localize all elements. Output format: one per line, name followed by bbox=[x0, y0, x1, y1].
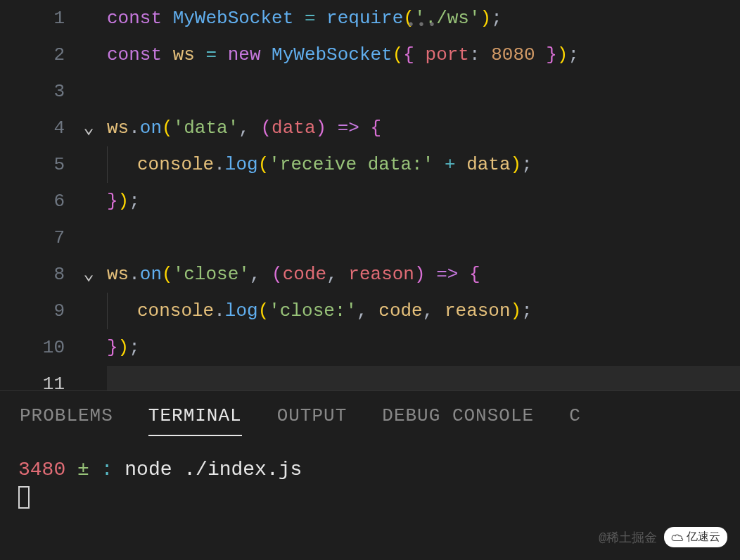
code-content-9[interactable]: console.log('close:', code, reason); bbox=[137, 293, 532, 329]
code-content-4[interactable]: ws.on('data', (data) => { bbox=[107, 110, 381, 146]
terminal-separator: : bbox=[101, 459, 113, 481]
chevron-down-icon: ⌄ bbox=[83, 110, 94, 146]
fold-toggle-4[interactable]: ⌄ bbox=[70, 110, 107, 146]
indent-guide bbox=[107, 293, 137, 329]
gutter-5: 5 bbox=[0, 146, 70, 183]
code-line-7[interactable]: 7 bbox=[0, 219, 740, 256]
watermark-badge: 亿速云 bbox=[664, 527, 727, 547]
fold-hint-icon: ••• bbox=[407, 17, 438, 33]
code-content-5[interactable]: console.log('receive data:' + data); bbox=[137, 146, 532, 183]
code-line-5[interactable]: 5 console.log('receive data:' + data); bbox=[0, 146, 740, 183]
tab-output[interactable]: OUTPUT bbox=[277, 405, 347, 435]
chevron-down-icon: ⌄ bbox=[83, 256, 94, 293]
code-line-4[interactable]: 4 ⌄ ws.on('data', (data) => { bbox=[0, 110, 740, 146]
tab-problems[interactable]: PROBLEMS bbox=[20, 405, 113, 435]
gutter-10: 10 bbox=[0, 329, 70, 366]
tab-extra[interactable]: C bbox=[569, 405, 581, 435]
code-line-8[interactable]: 8 ⌄ ws.on('close', (code, reason) => { bbox=[0, 256, 740, 293]
gutter-4: 4 bbox=[0, 110, 70, 146]
code-line-10[interactable]: 10 }); bbox=[0, 329, 740, 366]
gutter-1: 1 bbox=[0, 0, 70, 37]
gutter-3: 3 bbox=[0, 73, 70, 110]
code-line-6[interactable]: 6 }); bbox=[0, 183, 740, 219]
terminal-pid: 3480 bbox=[18, 459, 65, 481]
cloud-icon bbox=[671, 533, 684, 542]
code-content-1[interactable]: const MyWebSocket = require('./ws'); bbox=[107, 0, 502, 37]
code-content-8[interactable]: ws.on('close', (code, reason) => { bbox=[107, 256, 480, 293]
code-editor[interactable]: ••• 1 const MyWebSocket = require('./ws'… bbox=[0, 0, 740, 390]
code-content-10[interactable]: }); bbox=[107, 329, 140, 366]
code-content-6[interactable]: }); bbox=[107, 183, 140, 219]
gutter-2: 2 bbox=[0, 37, 70, 73]
code-line-11[interactable]: 11 bbox=[0, 366, 740, 390]
panel-tabs: PROBLEMS TERMINAL OUTPUT DEBUG CONSOLE C bbox=[0, 391, 740, 436]
gutter-9: 9 bbox=[0, 293, 70, 329]
watermark-text: @稀土掘金 bbox=[599, 529, 657, 546]
terminal-branch-indicator: ± bbox=[77, 459, 89, 481]
gutter-6: 6 bbox=[0, 183, 70, 219]
indent-guide bbox=[107, 146, 137, 183]
watermark-badge-label: 亿速云 bbox=[687, 530, 720, 545]
terminal-command: node ./index.js bbox=[125, 459, 302, 481]
gutter-11: 11 bbox=[0, 366, 70, 390]
code-line-1[interactable]: 1 const MyWebSocket = require('./ws'); bbox=[0, 0, 740, 37]
gutter-7: 7 bbox=[0, 219, 70, 256]
watermark: @稀土掘金 亿速云 bbox=[599, 527, 727, 547]
tab-debug-console[interactable]: DEBUG CONSOLE bbox=[382, 405, 534, 435]
terminal-cursor-icon bbox=[18, 486, 30, 509]
code-line-2[interactable]: 2 const ws = new MyWebSocket({ port: 808… bbox=[0, 37, 740, 73]
code-content-2[interactable]: const ws = new MyWebSocket({ port: 8080 … bbox=[107, 37, 579, 73]
code-line-3[interactable]: 3 bbox=[0, 73, 740, 110]
current-line-highlight bbox=[107, 366, 740, 390]
terminal-cursor-line bbox=[18, 484, 722, 512]
terminal-prompt-line: 3480 ± : node ./index.js bbox=[18, 456, 722, 484]
gutter-8: 8 bbox=[0, 256, 70, 293]
code-line-9[interactable]: 9 console.log('close:', code, reason); bbox=[0, 293, 740, 329]
fold-toggle-8[interactable]: ⌄ bbox=[70, 256, 107, 293]
tab-terminal[interactable]: TERMINAL bbox=[148, 405, 242, 436]
terminal-output[interactable]: 3480 ± : node ./index.js bbox=[0, 436, 740, 516]
